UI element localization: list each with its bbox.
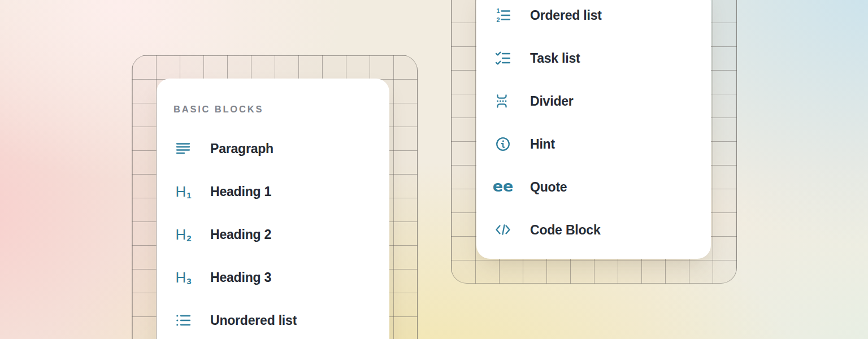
menu-item-label: Heading 3 [210, 270, 271, 285]
menu-item-label: Hint [530, 137, 555, 152]
quote-icon: ee [494, 179, 511, 195]
menu-item-label: Code Block [530, 223, 601, 238]
menu-item-unordered-list[interactable]: Unordered list [157, 299, 389, 339]
menu-items: ParagraphH1Heading 1H2Heading 2H3Heading… [157, 127, 389, 339]
heading-3-icon: H3 [175, 269, 192, 286]
unordered-list-icon [175, 312, 192, 329]
more-blocks-menu: 1 2Ordered list Task list Divider Hintee… [476, 0, 711, 259]
menu-items: 1 2Ordered list Task list Divider Hintee… [476, 0, 711, 251]
menu-item-heading-2[interactable]: H2Heading 2 [157, 213, 389, 256]
menu-item-label: Quote [530, 180, 567, 195]
menu-item-ordered-list[interactable]: 1 2Ordered list [476, 0, 711, 37]
menu-item-heading-3[interactable]: H3Heading 3 [157, 256, 389, 299]
menu-item-divider[interactable]: Divider [476, 80, 711, 123]
paragraph-icon [175, 140, 192, 157]
menu-item-code-block[interactable]: Code Block [476, 208, 711, 251]
menu-item-paragraph[interactable]: Paragraph [157, 127, 389, 170]
hint-icon [494, 136, 511, 153]
ordered-list-icon: 1 2 [494, 7, 511, 24]
editor-block-menus-illustration: { "colors": { "accent": "#2f7f9e", "item… [0, 0, 868, 339]
heading-1-icon: H1 [175, 183, 192, 200]
basic-blocks-menu: BASIC BLOCKS ParagraphH1Heading 1H2Headi… [157, 79, 389, 339]
code-block-icon [494, 221, 511, 238]
menu-item-label: Heading 1 [210, 184, 271, 199]
divider-icon [494, 93, 511, 110]
section-label: BASIC BLOCKS [173, 103, 389, 115]
svg-text:1: 1 [497, 7, 500, 14]
menu-item-label: Unordered list [210, 313, 297, 328]
menu-item-task-list[interactable]: Task list [476, 37, 711, 80]
menu-item-label: Ordered list [530, 8, 602, 23]
task-list-icon [494, 50, 511, 67]
svg-text:2: 2 [497, 16, 500, 23]
menu-item-hint[interactable]: Hint [476, 123, 711, 166]
menu-item-quote[interactable]: eeQuote [476, 166, 711, 208]
menu-item-label: Heading 2 [210, 227, 271, 242]
menu-item-label: Task list [530, 51, 580, 66]
menu-item-label: Paragraph [210, 141, 274, 157]
menu-item-heading-1[interactable]: H1Heading 1 [157, 170, 389, 213]
heading-2-icon: H2 [175, 226, 192, 243]
menu-item-label: Divider [530, 94, 574, 109]
